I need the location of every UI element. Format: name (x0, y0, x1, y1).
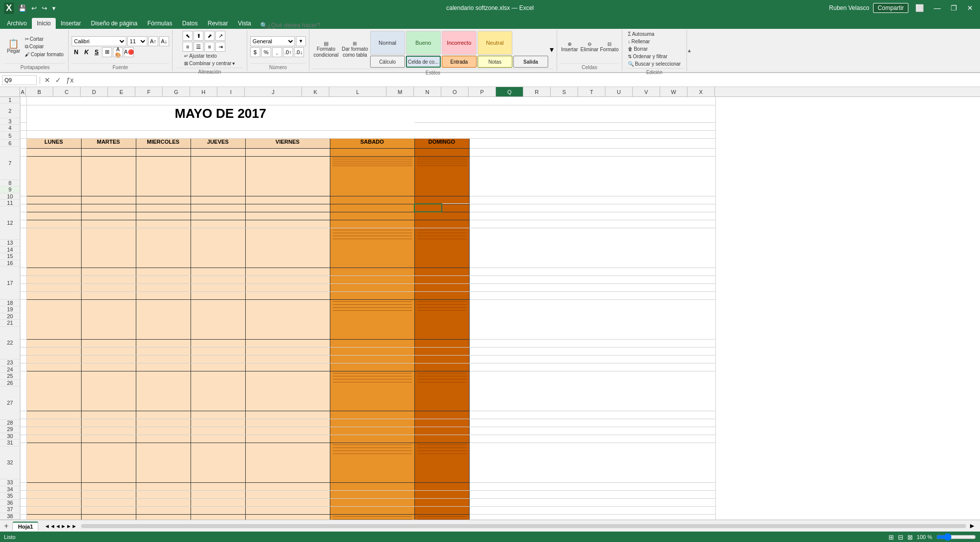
italic-button[interactable]: K (82, 48, 92, 57)
cell-a23[interactable] (20, 411, 26, 419)
row-num-16[interactable]: 16 (0, 260, 20, 267)
cell-b1[interactable] (26, 97, 715, 105)
font-color-button[interactable]: A🔴 (124, 47, 134, 57)
copy-format-button[interactable]: 🖌 Copiar formato (23, 51, 65, 58)
cell-28-3[interactable] (136, 482, 191, 490)
cell-w6-jueves[interactable] (191, 514, 245, 520)
tab-datos[interactable]: Datos (177, 18, 202, 29)
row-num-35[interactable]: 35 (0, 493, 20, 499)
copy-button[interactable]: ⧉ Copiar (23, 43, 65, 50)
cell-w6-sabado[interactable] (331, 515, 413, 520)
cell-31-2[interactable] (81, 506, 136, 514)
cell-21-4[interactable] (191, 363, 245, 371)
row-num-20[interactable]: 20 (0, 313, 20, 320)
currency-button[interactable]: $ (250, 47, 260, 57)
cell-w1-viernes-top[interactable] (245, 148, 330, 156)
maximize-button[interactable]: ❐ (948, 4, 960, 12)
style-cell-normal[interactable]: Celda de co... (406, 56, 441, 68)
cell-13-2[interactable] (81, 268, 136, 275)
cell-w3-sabado[interactable] (331, 300, 413, 312)
cell-w4-viernes[interactable] (245, 371, 330, 411)
cell-w1-jueves-bot[interactable] (191, 196, 245, 204)
row-num-37[interactable]: 37 (0, 506, 20, 513)
cell-w6-domingo[interactable] (416, 515, 468, 520)
cell-26-1[interactable] (26, 435, 81, 443)
row-num-6[interactable]: 6 (0, 140, 20, 146)
cell-15-5[interactable] (245, 283, 330, 291)
cell-a28[interactable] (20, 482, 26, 490)
cell-21-5[interactable] (245, 363, 330, 371)
row-num-28[interactable]: 28 (0, 420, 20, 426)
cell-28-7[interactable] (414, 482, 469, 490)
cell-w1-domingo-bot3[interactable] (414, 212, 469, 220)
row-num-10[interactable]: 10 (0, 193, 20, 200)
cell-a13[interactable] (20, 268, 26, 275)
cell-13-3[interactable] (136, 268, 191, 275)
cell-30-2[interactable] (81, 498, 136, 506)
cell-w4-martes[interactable] (81, 371, 136, 411)
cell-15-2[interactable] (81, 283, 136, 291)
cell-26-2[interactable] (81, 435, 136, 443)
minimize-button[interactable]: — (931, 4, 944, 12)
cell-21-2[interactable] (81, 363, 136, 371)
cell-13-7[interactable] (414, 268, 469, 275)
row-num-12[interactable]: 12 (0, 206, 20, 240)
cell-26-3[interactable] (136, 435, 191, 443)
insert-function-icon[interactable]: ƒx (65, 76, 75, 84)
cell-18-1[interactable] (26, 339, 81, 347)
close-button[interactable]: ✕ (964, 4, 976, 12)
cell-w5-miercoles[interactable] (136, 443, 191, 482)
cell-w1-domingo-top[interactable] (414, 148, 469, 156)
cell-w5-jueves[interactable] (191, 443, 245, 482)
cell-right-14[interactable] (469, 275, 715, 283)
col-header-o[interactable]: O (441, 87, 469, 96)
cell-w4-jueves[interactable] (191, 371, 245, 411)
cell-w2-martes[interactable] (81, 228, 136, 268)
col-header-x[interactable]: X (687, 87, 715, 96)
cell-20-5[interactable] (245, 355, 330, 363)
cell-w1-jueves-top[interactable] (191, 148, 245, 156)
cell-16-6[interactable] (330, 291, 414, 299)
cell-w1-domingo-bot[interactable] (414, 196, 469, 204)
cell-martes[interactable]: MARTES (81, 138, 136, 148)
cell-a16[interactable] (20, 291, 26, 299)
cell-a10[interactable] (20, 212, 26, 220)
cell-w6-lunes[interactable] (26, 514, 81, 520)
row-num-33[interactable]: 33 (0, 479, 20, 486)
cell-w6-viernes[interactable] (245, 514, 330, 520)
search-input[interactable] (268, 22, 337, 29)
cell-right-25[interactable] (469, 427, 715, 435)
merge-dropdown-icon[interactable]: ▾ (232, 61, 235, 66)
cell-right-12[interactable] (469, 228, 715, 268)
cell-a31[interactable] (20, 506, 26, 514)
cell-21-3[interactable] (136, 363, 191, 371)
cell-w1-jueves-bot3[interactable] (191, 212, 245, 220)
cell-19-1[interactable] (26, 347, 81, 355)
cell-a21[interactable] (20, 363, 26, 371)
cell-w3-jueves[interactable] (191, 299, 245, 339)
cell-29-6[interactable] (330, 490, 414, 498)
cell-14-7[interactable] (414, 275, 469, 283)
col-header-u[interactable]: U (605, 87, 633, 96)
col-header-w[interactable]: W (660, 87, 687, 96)
tab-formulas[interactable]: Fórmulas (142, 18, 177, 29)
cell-w1-martes-bot2[interactable] (81, 204, 136, 212)
delete-button[interactable]: ⊖ Eliminar (580, 32, 599, 61)
redo-icon[interactable]: ↪ (40, 3, 49, 13)
cell-w4-domingo[interactable] (416, 371, 468, 384)
cell-19-6[interactable] (330, 347, 414, 355)
cell-w1-lunes-bot3[interactable] (26, 212, 81, 220)
cell-w2-jueves[interactable] (191, 228, 245, 268)
cell-a11[interactable] (20, 220, 26, 228)
style-neutral[interactable]: Neutral (478, 31, 512, 55)
row-num-29[interactable]: 29 (0, 426, 20, 433)
cell-21-7[interactable] (414, 363, 469, 371)
tab-revisar[interactable]: Revisar (203, 18, 233, 29)
col-header-v[interactable]: V (633, 87, 660, 96)
cell-a29[interactable] (20, 490, 26, 498)
cell-31-3[interactable] (136, 506, 191, 514)
cell-w1-sabado-bot3[interactable] (330, 212, 414, 220)
sheet-tab-hoja1[interactable]: Hoja1 (12, 522, 38, 531)
font-grow-button[interactable]: A↑ (148, 36, 158, 46)
cell-w3-lunes[interactable] (26, 299, 81, 339)
